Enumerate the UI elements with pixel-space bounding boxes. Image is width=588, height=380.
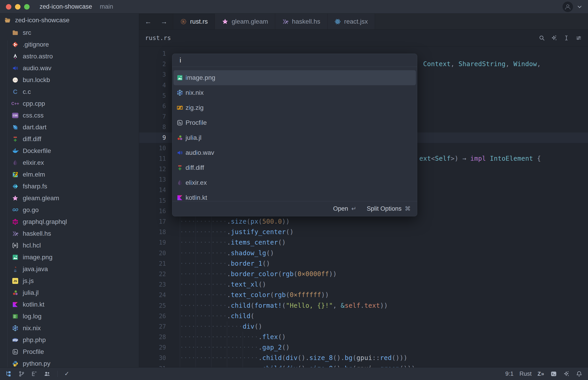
finder-result-nix.nix[interactable]: nix.nix xyxy=(174,85,416,100)
file-item-php.php[interactable]: php php.php xyxy=(0,334,139,346)
image-icon xyxy=(12,254,19,261)
finder-result-julia.jl[interactable]: julia.jl xyxy=(174,130,416,145)
file-item-bun.lockb[interactable]: bun.lockb xyxy=(0,74,139,86)
minimize-window-button[interactable] xyxy=(15,4,20,10)
line-number: 1 xyxy=(139,48,166,59)
file-item-js.js[interactable]: JS js.js xyxy=(0,275,139,287)
git-branch-label[interactable]: main xyxy=(100,3,113,10)
nix-icon xyxy=(176,89,183,96)
file-item-c.c[interactable]: C c.c xyxy=(0,86,139,98)
finder-result-zig.zig[interactable]: zig.zig xyxy=(174,100,416,115)
tab-bar-empty xyxy=(375,14,588,29)
file-item-label: graphql.graphql xyxy=(23,218,67,226)
line-number: 17 xyxy=(139,216,166,227)
cursor-position[interactable]: 9:1 xyxy=(505,370,513,377)
line-number: 16 xyxy=(139,206,166,216)
file-item-go.go[interactable]: GO go.go xyxy=(0,204,139,216)
folder-icon xyxy=(12,29,19,36)
tab-rust.rs[interactable]: Rrust.rs xyxy=(173,14,215,29)
php-icon: php xyxy=(12,337,19,343)
search-icon[interactable] xyxy=(538,35,545,41)
edit-prediction-icon[interactable]: Z» xyxy=(538,371,544,377)
java-icon xyxy=(12,266,19,272)
code-text: ············.shadow_lg() xyxy=(180,248,274,258)
file-item-nix.nix[interactable]: nix.nix xyxy=(0,322,139,334)
line-number: 26 xyxy=(139,311,166,321)
file-item-label: elm.elm xyxy=(23,171,45,178)
file-item-astro.astro[interactable]: astro.astro xyxy=(0,50,139,62)
file-item-css.css[interactable]: CSS css.css xyxy=(0,110,139,121)
chevron-down-icon[interactable] xyxy=(576,3,583,10)
file-item-dart.dart[interactable]: dart.dart xyxy=(0,121,139,133)
finder-result-diff.diff[interactable]: diff.diff xyxy=(174,160,416,175)
file-item-gleam.gleam[interactable]: gleam.gleam xyxy=(0,192,139,204)
finder-result-image.png[interactable]: image.png xyxy=(174,70,416,85)
git-branch-icon[interactable] xyxy=(18,370,25,377)
indent-whitespace: ············ xyxy=(180,281,227,288)
tab-react.jsx[interactable]: react.jsx xyxy=(327,14,375,29)
file-item-elm.elm[interactable]: elm.elm xyxy=(0,169,139,180)
finder-result-label: image.png xyxy=(186,74,215,81)
file-item-log.log[interactable]: log.log xyxy=(0,310,139,322)
code-text: ············.child( xyxy=(180,311,255,321)
file-item-fsharp.fs[interactable]: fsharp.fs xyxy=(0,180,139,192)
diagnostics-check[interactable]: ✓ xyxy=(64,370,69,377)
ibeam-icon[interactable] xyxy=(563,35,570,41)
file-item-cpp.cpp[interactable]: C++ cpp.cpp xyxy=(0,98,139,110)
finder-action-split-options[interactable]: Split Options ⌘ xyxy=(367,205,411,212)
code-text: ····················.flex() xyxy=(180,332,286,342)
file-item-graphql.graphql[interactable]: graphql.graphql xyxy=(0,216,139,228)
line-number: 15 xyxy=(139,195,166,206)
zoom-window-button[interactable] xyxy=(24,4,30,10)
file-item-Dockerfile[interactable]: Dockerfile xyxy=(0,145,139,157)
language-selector[interactable]: Rust xyxy=(520,370,532,377)
file-finder-input[interactable]: i xyxy=(172,54,417,67)
file-item-python.py[interactable]: python.py xyxy=(0,358,139,367)
nav-forward-button[interactable]: → xyxy=(159,18,169,25)
line-number: 19 xyxy=(139,237,166,248)
nix-icon xyxy=(12,325,19,332)
outline-icon[interactable] xyxy=(31,370,38,377)
file-item-diff.diff[interactable]: diff.diff xyxy=(0,133,139,145)
close-window-button[interactable] xyxy=(6,4,11,10)
file-item-elixir.ex[interactable]: elixir.ex xyxy=(0,157,139,169)
project-panel-icon[interactable] xyxy=(5,370,12,377)
file-item-image.png[interactable]: image.png xyxy=(0,251,139,263)
file-finder-footer: Open ↵ Split Options ⌘ xyxy=(172,201,417,216)
julia-icon xyxy=(12,289,19,296)
user-icon xyxy=(563,1,573,12)
collab-icon[interactable] xyxy=(44,370,50,377)
notifications-icon[interactable] xyxy=(576,370,583,377)
tab-gleam.gleam[interactable]: gleam.gleam xyxy=(215,14,275,29)
finder-action-open[interactable]: Open ↵ xyxy=(333,205,356,212)
file-item-haskell.hs[interactable]: haskell.hs xyxy=(0,228,139,240)
tab-haskell.hs[interactable]: haskell.hs xyxy=(275,14,327,29)
file-item-julia.jl[interactable]: julia.jl xyxy=(0,287,139,299)
user-avatar[interactable] xyxy=(563,1,573,12)
project-root[interactable]: zed-icon-showcase xyxy=(0,14,139,27)
file-item-Procfile[interactable]: Procfile xyxy=(0,346,139,358)
file-item-audio.wav[interactable]: audio.wav xyxy=(0,62,139,74)
sliders-icon[interactable] xyxy=(575,35,582,41)
breadcrumb[interactable]: rust.rs xyxy=(145,34,171,41)
file-item-.gitignore[interactable]: .gitignore xyxy=(0,39,139,50)
file-item-hcl.hcl[interactable]: hcl.hcl xyxy=(0,240,139,251)
assistant-icon[interactable] xyxy=(563,370,570,377)
project-panel: zed-icon-showcase src .gitignore astro.a… xyxy=(0,14,139,367)
project-title: zed-icon-showcase xyxy=(39,3,92,10)
file-item-java.java[interactable]: java.java xyxy=(0,263,139,275)
finder-result-Procfile[interactable]: Procfile xyxy=(174,115,416,130)
cpp-icon: C++ xyxy=(12,100,19,107)
file-item-src[interactable]: src xyxy=(0,27,139,39)
terminal-icon[interactable] xyxy=(550,370,557,377)
nav-back-button[interactable]: ← xyxy=(143,18,153,25)
finder-result-kotlin.kt[interactable]: kotlin.kt xyxy=(174,190,416,201)
heroku-icon xyxy=(12,348,19,355)
finder-result-audio.wav[interactable]: audio.wav xyxy=(174,145,416,160)
indent-whitespace: ············ xyxy=(180,270,227,278)
line-number: 8 xyxy=(139,122,166,132)
file-item-label: bun.lockb xyxy=(23,76,50,84)
ai-sparkle-icon[interactable] xyxy=(551,35,558,41)
file-item-kotlin.kt[interactable]: kotlin.kt xyxy=(0,299,139,310)
finder-result-elixir.ex[interactable]: elixir.ex xyxy=(174,175,416,190)
